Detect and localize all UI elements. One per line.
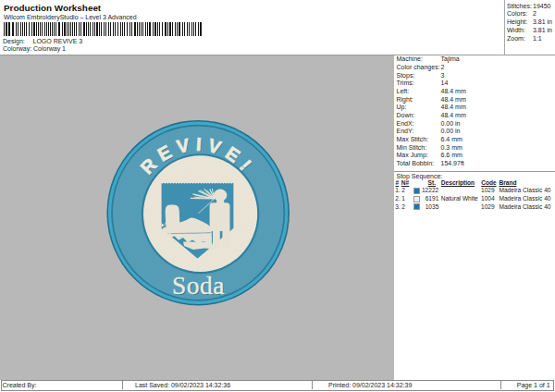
svg-text:Soda: Soda <box>172 271 225 300</box>
